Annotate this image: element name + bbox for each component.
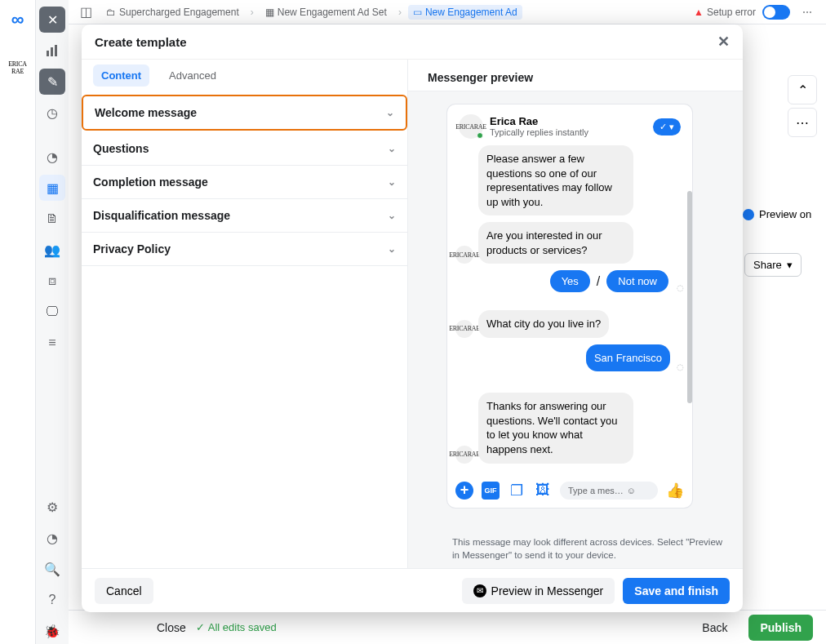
- composer-input[interactable]: Type a mes… ☺: [560, 482, 658, 500]
- preview-note: This message may look different across d…: [408, 529, 743, 568]
- folder-icon: 🗀: [106, 7, 116, 18]
- template-editor-column: Content Advanced Welcome message ⌄ Quest…: [82, 60, 408, 568]
- breadcrumb-bar: ◫ 🗀 Supercharged Engagement › ▦ New Enga…: [69, 0, 826, 24]
- business-avatar-small: ERICARAE: [455, 320, 473, 338]
- pencil-icon[interactable]: ✎: [39, 69, 65, 95]
- composer-image-icon[interactable]: 🖼: [534, 482, 552, 500]
- share-button[interactable]: Share ▾: [744, 253, 802, 277]
- audiences-icon[interactable]: 👥: [39, 237, 65, 263]
- user-reply-city: San Francisco: [586, 344, 670, 372]
- quick-reply-notnow[interactable]: Not now: [606, 270, 668, 292]
- preview-area: ERICARAE Erica Rae Typically replies ins…: [408, 91, 743, 529]
- clock-icon[interactable]: ◷: [39, 100, 65, 126]
- chart-icon[interactable]: [39, 38, 65, 64]
- meta-logo-icon[interactable]: ∞: [5, 7, 31, 33]
- media-icon[interactable]: 🖵: [39, 299, 65, 325]
- modal-close-button[interactable]: ✕: [717, 33, 730, 51]
- menu-icon[interactable]: ≡: [39, 330, 65, 356]
- editor-tabs: Content Advanced: [82, 60, 407, 87]
- sent-tick-icon: ◌: [677, 362, 684, 371]
- dashboard-icon[interactable]: ◔: [39, 144, 65, 170]
- settings-icon[interactable]: ⚙: [39, 494, 65, 520]
- check-icon: ✓: [196, 621, 205, 633]
- notifications-icon[interactable]: ◔: [39, 525, 65, 551]
- messenger-preview-column: Messenger preview ERICARAE Erica Rae Typ…: [408, 60, 743, 568]
- section-questions[interactable]: Questions ⌄: [82, 132, 407, 166]
- primary-nav-rail: ∞ ERICARAE: [0, 0, 36, 644]
- chevron-right-icon: ›: [251, 7, 254, 18]
- section-privacy-label: Privacy Policy: [93, 242, 171, 255]
- panel-more-button[interactable]: ⋯: [788, 108, 817, 137]
- chevron-down-icon: ⌄: [388, 243, 396, 255]
- edits-saved-status: ✓ All edits saved: [196, 621, 277, 633]
- modal-cancel-button[interactable]: Cancel: [95, 578, 153, 604]
- message-row: ERICARAE Thanks for answering our questi…: [455, 393, 684, 463]
- chat-thread: Please answer a few questions so one of …: [455, 145, 684, 500]
- chat-scrollbar[interactable]: [687, 191, 692, 403]
- emoji-icon[interactable]: ☺: [627, 486, 636, 495]
- footer-publish-button[interactable]: Publish: [748, 615, 813, 641]
- composer-plus-icon[interactable]: +: [455, 482, 473, 500]
- sections-accordion: Welcome message ⌄ Questions ⌄ Completion…: [82, 87, 407, 273]
- clipboard-icon[interactable]: 🗎: [39, 206, 65, 232]
- slash-separator: /: [597, 274, 600, 289]
- breadcrumb-adset[interactable]: ▦ New Engagement Ad Set: [260, 5, 392, 20]
- svg-rect-2: [55, 45, 57, 56]
- collapse-panel-button[interactable]: ⌃: [788, 75, 817, 104]
- tab-content[interactable]: Content: [93, 64, 149, 87]
- svg-rect-1: [51, 47, 53, 56]
- business-avatar-small: ERICARAE: [455, 446, 473, 464]
- section-welcome-message[interactable]: Welcome message ⌄: [82, 95, 407, 131]
- section-completion-message[interactable]: Completion message ⌄: [82, 166, 407, 199]
- quick-replies-row: Yes / Not now ◌: [455, 270, 684, 292]
- preview-in-messenger-button[interactable]: ✉ Preview in Messenger: [462, 578, 615, 604]
- tab-advanced[interactable]: Advanced: [161, 64, 224, 87]
- status-toggle[interactable]: [762, 5, 790, 20]
- section-completion-label: Completion message: [93, 175, 208, 189]
- warning-icon: ▲: [694, 7, 704, 18]
- completion-message-bubble: Thanks for answering our questions. We'l…: [478, 393, 633, 463]
- close-panel-icon[interactable]: ✕: [39, 7, 65, 33]
- search-icon[interactable]: 🔍: [39, 556, 65, 582]
- quick-reply-yes[interactable]: Yes: [550, 270, 590, 292]
- breadcrumb-adset-label: New Engagement Ad Set: [278, 7, 387, 18]
- help-icon[interactable]: ?: [39, 587, 65, 613]
- modal-footer: Cancel ✉ Preview in Messenger Save and f…: [82, 568, 743, 612]
- ad-icon: ▭: [413, 7, 422, 18]
- composer-sticker-icon[interactable]: ❐: [508, 482, 526, 500]
- secondary-nav-rail: ✕ ✎ ◷ ◔ ▦ 🗎 👥 ⧈ 🖵 ≡ ⚙ ◔ 🔍 ? 🐞: [36, 0, 69, 644]
- footer-close-button[interactable]: Close: [157, 621, 186, 634]
- breadcrumb-campaign[interactable]: 🗀 Supercharged Engagement: [101, 5, 244, 20]
- breadcrumb-ad[interactable]: ▭ New Engagement Ad: [408, 5, 522, 20]
- footer-back-button[interactable]: Back: [691, 615, 739, 641]
- save-and-finish-button[interactable]: Save and finish: [623, 578, 730, 604]
- edits-saved-label: All edits saved: [208, 621, 277, 633]
- preview-title: Messenger preview: [408, 60, 743, 91]
- billing-icon[interactable]: ⧈: [39, 268, 65, 294]
- modal-title: Create template: [95, 35, 187, 49]
- calendar-icon[interactable]: ▦: [39, 175, 65, 201]
- chevron-down-icon: ⌄: [388, 210, 396, 221]
- header-check-button[interactable]: ✓ ▾: [653, 118, 681, 135]
- top-more-button[interactable]: ⋯: [797, 2, 818, 23]
- chevron-down-icon: ▾: [787, 259, 793, 271]
- messenger-icon: ✉: [473, 584, 486, 597]
- breadcrumb-ad-label: New Engagement Ad: [425, 7, 517, 18]
- welcome-message-bubble: Please answer a few questions so one of …: [478, 145, 633, 215]
- business-avatar: ERICARAE: [459, 114, 483, 139]
- message-composer: + GIF ❐ 🖼 Type a mes… ☺ 👍: [455, 482, 684, 500]
- preview-on-toggle[interactable]: Preview on: [743, 208, 811, 220]
- composer-like-icon[interactable]: 👍: [666, 482, 684, 500]
- share-label: Share: [753, 259, 782, 271]
- grid-icon: ▦: [265, 7, 274, 18]
- composer-gif-icon[interactable]: GIF: [482, 482, 500, 500]
- section-disqualification-message[interactable]: Disqualification message ⌄: [82, 199, 407, 233]
- bug-icon[interactable]: 🐞: [39, 618, 65, 644]
- panel-toggle-icon[interactable]: ◫: [77, 3, 95, 21]
- section-welcome-label: Welcome message: [95, 106, 197, 119]
- preview-on-label: Preview on: [759, 208, 811, 220]
- setup-error-badge[interactable]: ▲ Setup error: [694, 7, 756, 18]
- chat-header: ERICARAE Erica Rae Typically replies ins…: [455, 113, 684, 145]
- section-privacy-policy[interactable]: Privacy Policy ⌄: [82, 233, 407, 266]
- user-reply-row: San Francisco ◌: [455, 344, 684, 372]
